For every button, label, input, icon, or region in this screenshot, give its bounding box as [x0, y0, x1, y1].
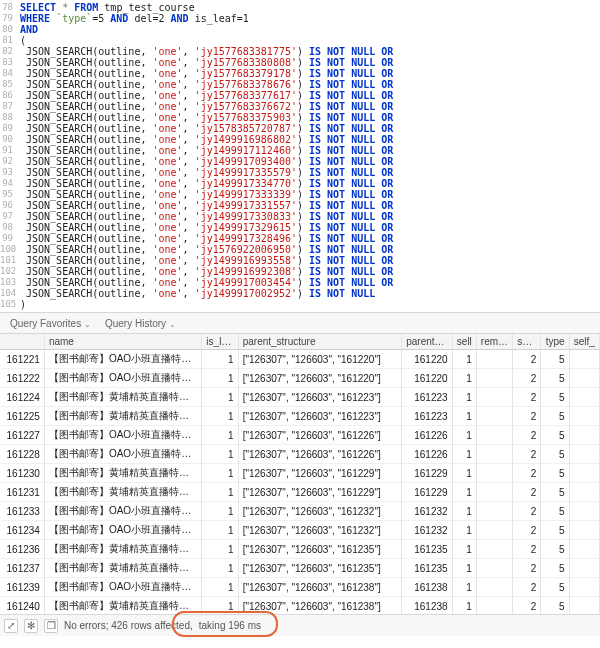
- table-row[interactable]: 161225【图书邮寄】黄埔精英直播特训营系...1["126307", "12…: [0, 407, 600, 426]
- table-row[interactable]: 161239【图书邮寄】OAO小班直播特训营系...1["126307", "1…: [0, 578, 600, 597]
- cell-id[interactable]: 161221: [0, 350, 44, 369]
- cell-id[interactable]: 161239: [0, 578, 44, 597]
- cell-self[interactable]: [569, 483, 599, 502]
- cell-shop[interactable]: 2: [513, 407, 541, 426]
- cell-isleaf[interactable]: 1: [202, 483, 238, 502]
- cell-type[interactable]: 5: [541, 388, 569, 407]
- cell-shop[interactable]: 2: [513, 483, 541, 502]
- cell-type[interactable]: 5: [541, 521, 569, 540]
- cell-ps[interactable]: ["126307", "126603", "161220"]: [238, 369, 402, 388]
- cell-id[interactable]: 161234: [0, 521, 44, 540]
- cell-ps[interactable]: ["126307", "126603", "161235"]: [238, 540, 402, 559]
- cell-pid[interactable]: 161223: [402, 407, 452, 426]
- cell-pid[interactable]: 161229: [402, 483, 452, 502]
- cell-id[interactable]: 161236: [0, 540, 44, 559]
- col-header-type[interactable]: type: [541, 334, 569, 350]
- cell-isleaf[interactable]: 1: [202, 597, 238, 615]
- cell-ps[interactable]: ["126307", "126603", "161232"]: [238, 521, 402, 540]
- cell-ps[interactable]: ["126307", "126603", "161235"]: [238, 559, 402, 578]
- table-row[interactable]: 161237【图书邮寄】黄埔精英直播特训营系...1["126307", "12…: [0, 559, 600, 578]
- cell-sell[interactable]: 1: [452, 407, 476, 426]
- cell-remark[interactable]: [476, 426, 512, 445]
- cell-ps[interactable]: ["126307", "126603", "161238"]: [238, 578, 402, 597]
- col-header-parentid[interactable]: parent_id: [402, 334, 452, 350]
- col-header-id[interactable]: [0, 334, 44, 350]
- cell-type[interactable]: 5: [541, 483, 569, 502]
- cell-type[interactable]: 5: [541, 540, 569, 559]
- cell-id[interactable]: 161227: [0, 426, 44, 445]
- cell-isleaf[interactable]: 1: [202, 426, 238, 445]
- cell-name[interactable]: 【图书邮寄】黄埔精英直播特训营系...: [44, 464, 201, 483]
- cell-type[interactable]: 5: [541, 559, 569, 578]
- table-row[interactable]: 161236【图书邮寄】黄埔精英直播特训营系...1["126307", "12…: [0, 540, 600, 559]
- cell-self[interactable]: [569, 597, 599, 615]
- cell-ps[interactable]: ["126307", "126603", "161229"]: [238, 483, 402, 502]
- cell-name[interactable]: 【图书邮寄】OAO小班直播特训营系...: [44, 502, 201, 521]
- cell-name[interactable]: 【图书邮寄】黄埔精英直播特训营系...: [44, 388, 201, 407]
- cell-pid[interactable]: 161238: [402, 578, 452, 597]
- cell-pid[interactable]: 161226: [402, 426, 452, 445]
- cell-remark[interactable]: [476, 597, 512, 615]
- cell-self[interactable]: [569, 350, 599, 369]
- cell-name[interactable]: 【图书邮寄】黄埔精英直播特训营系...: [44, 597, 201, 615]
- cell-sell[interactable]: 1: [452, 597, 476, 615]
- cell-isleaf[interactable]: 1: [202, 388, 238, 407]
- cell-sell[interactable]: 1: [452, 369, 476, 388]
- cell-remark[interactable]: [476, 407, 512, 426]
- cell-self[interactable]: [569, 445, 599, 464]
- cell-name[interactable]: 【图书邮寄】OAO小班直播特训营系...: [44, 350, 201, 369]
- cell-ps[interactable]: ["126307", "126603", "161223"]: [238, 407, 402, 426]
- cell-self[interactable]: [569, 578, 599, 597]
- cell-name[interactable]: 【图书邮寄】OAO小班直播特训营系...: [44, 445, 201, 464]
- cell-pid[interactable]: 161223: [402, 388, 452, 407]
- cell-sell[interactable]: 1: [452, 540, 476, 559]
- cell-name[interactable]: 【图书邮寄】黄埔精英直播特训营系...: [44, 559, 201, 578]
- cell-id[interactable]: 161224: [0, 388, 44, 407]
- cell-id[interactable]: 161237: [0, 559, 44, 578]
- cell-remark[interactable]: [476, 559, 512, 578]
- cell-shop[interactable]: 2: [513, 559, 541, 578]
- cell-sell[interactable]: 1: [452, 445, 476, 464]
- cell-type[interactable]: 5: [541, 350, 569, 369]
- cell-ps[interactable]: ["126307", "126603", "161238"]: [238, 597, 402, 615]
- cell-pid[interactable]: 161226: [402, 445, 452, 464]
- cell-name[interactable]: 【图书邮寄】OAO小班直播特训营系...: [44, 369, 201, 388]
- cell-type[interactable]: 5: [541, 578, 569, 597]
- cell-shop[interactable]: 2: [513, 369, 541, 388]
- cell-id[interactable]: 161233: [0, 502, 44, 521]
- sql-code-area[interactable]: SELECT * FROM tmp_test_course WHERE `typ…: [16, 0, 600, 312]
- cell-type[interactable]: 5: [541, 502, 569, 521]
- col-header-isleaf[interactable]: is_leaf: [202, 334, 238, 350]
- cell-sell[interactable]: 1: [452, 578, 476, 597]
- cell-shop[interactable]: 2: [513, 502, 541, 521]
- cell-self[interactable]: [569, 426, 599, 445]
- cell-shop[interactable]: 2: [513, 540, 541, 559]
- cell-pid[interactable]: 161220: [402, 369, 452, 388]
- cell-sell[interactable]: 1: [452, 388, 476, 407]
- cell-shop[interactable]: 2: [513, 464, 541, 483]
- sql-editor[interactable]: 78 79 80 81 82 83 84 85 86 87 88 89 90 9…: [0, 0, 600, 312]
- cell-isleaf[interactable]: 1: [202, 464, 238, 483]
- cell-id[interactable]: 161240: [0, 597, 44, 615]
- cell-pid[interactable]: 161235: [402, 559, 452, 578]
- table-row[interactable]: 161224【图书邮寄】黄埔精英直播特训营系...1["126307", "12…: [0, 388, 600, 407]
- col-header-name[interactable]: name: [44, 334, 201, 350]
- cell-shop[interactable]: 2: [513, 597, 541, 615]
- cell-isleaf[interactable]: 1: [202, 540, 238, 559]
- cell-sell[interactable]: 1: [452, 483, 476, 502]
- cell-self[interactable]: [569, 407, 599, 426]
- cell-pid[interactable]: 161220: [402, 350, 452, 369]
- cell-shop[interactable]: 2: [513, 521, 541, 540]
- cell-remark[interactable]: [476, 578, 512, 597]
- cell-remark[interactable]: [476, 540, 512, 559]
- cell-sell[interactable]: 1: [452, 350, 476, 369]
- copy-icon[interactable]: ❐: [44, 619, 58, 633]
- cell-sell[interactable]: 1: [452, 502, 476, 521]
- cell-type[interactable]: 5: [541, 407, 569, 426]
- cell-self[interactable]: [569, 502, 599, 521]
- query-history-dropdown[interactable]: Query History ⌄: [105, 318, 176, 329]
- table-row[interactable]: 161228【图书邮寄】OAO小班直播特训营系...1["126307", "1…: [0, 445, 600, 464]
- cell-ps[interactable]: ["126307", "126603", "161223"]: [238, 388, 402, 407]
- cell-isleaf[interactable]: 1: [202, 578, 238, 597]
- cell-sell[interactable]: 1: [452, 559, 476, 578]
